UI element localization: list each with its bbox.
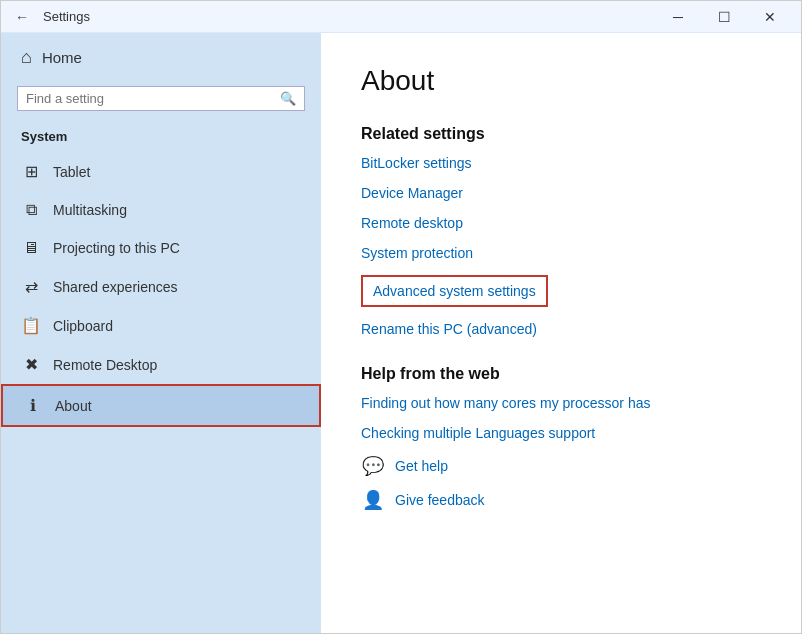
sidebar-item-about[interactable]: ℹ About (1, 384, 321, 427)
advanced-system-settings-link[interactable]: Advanced system settings (361, 275, 548, 307)
page-title: About (361, 65, 761, 97)
window-controls: ─ ☐ ✕ (655, 1, 793, 33)
device-manager-link[interactable]: Device Manager (361, 185, 761, 201)
bitlocker-link[interactable]: BitLocker settings (361, 155, 761, 171)
sidebar-item-projecting[interactable]: 🖥 Projecting to this PC (1, 229, 321, 267)
remote-desktop-link[interactable]: Remote desktop (361, 215, 761, 231)
search-box[interactable]: 🔍 (17, 86, 305, 111)
window-content: ⌂ Home 🔍 System ⊞ Tablet ⧉ Multitasking … (1, 33, 801, 633)
sidebar-item-label-multitasking: Multitasking (53, 202, 127, 218)
search-input[interactable] (26, 91, 280, 106)
give-feedback-row[interactable]: 👤 Give feedback (361, 489, 761, 511)
cores-link[interactable]: Finding out how many cores my processor … (361, 395, 761, 411)
give-feedback-label: Give feedback (395, 492, 485, 508)
sidebar-item-multitasking[interactable]: ⧉ Multitasking (1, 191, 321, 229)
window-title: Settings (43, 9, 90, 24)
multitasking-icon: ⧉ (21, 201, 41, 219)
title-bar-left: ← Settings (9, 7, 90, 27)
shared-icon: ⇄ (21, 277, 41, 296)
sidebar-item-shared[interactable]: ⇄ Shared experiences (1, 267, 321, 306)
about-icon: ℹ (23, 396, 43, 415)
get-help-row[interactable]: 💬 Get help (361, 455, 761, 477)
title-bar: ← Settings ─ ☐ ✕ (1, 1, 801, 33)
sidebar-item-label-clipboard: Clipboard (53, 318, 113, 334)
sidebar-item-clipboard[interactable]: 📋 Clipboard (1, 306, 321, 345)
sidebar-item-label-remote-desktop: Remote Desktop (53, 357, 157, 373)
back-button[interactable]: ← (9, 7, 35, 27)
remote-desktop-icon: ✖ (21, 355, 41, 374)
system-protection-link[interactable]: System protection (361, 245, 761, 261)
give-feedback-icon: 👤 (361, 489, 385, 511)
sidebar-item-tablet[interactable]: ⊞ Tablet (1, 152, 321, 191)
sidebar-item-label-projecting: Projecting to this PC (53, 240, 180, 256)
related-settings-title: Related settings (361, 125, 761, 143)
rename-pc-link[interactable]: Rename this PC (advanced) (361, 321, 761, 337)
sidebar-item-label-shared: Shared experiences (53, 279, 178, 295)
help-section: Help from the web Finding out how many c… (361, 365, 761, 511)
languages-link[interactable]: Checking multiple Languages support (361, 425, 761, 441)
home-icon: ⌂ (21, 47, 32, 68)
tablet-icon: ⊞ (21, 162, 41, 181)
settings-window: ← Settings ─ ☐ ✕ ⌂ Home 🔍 System ⊞ Table… (0, 0, 802, 634)
sidebar-home[interactable]: ⌂ Home (1, 33, 321, 82)
get-help-icon: 💬 (361, 455, 385, 477)
sidebar-item-label-tablet: Tablet (53, 164, 90, 180)
search-icon: 🔍 (280, 91, 296, 106)
close-button[interactable]: ✕ (747, 1, 793, 33)
help-from-web-title: Help from the web (361, 365, 761, 383)
main-content: About Related settings BitLocker setting… (321, 33, 801, 633)
maximize-button[interactable]: ☐ (701, 1, 747, 33)
projecting-icon: 🖥 (21, 239, 41, 257)
sidebar-item-remote-desktop[interactable]: ✖ Remote Desktop (1, 345, 321, 384)
clipboard-icon: 📋 (21, 316, 41, 335)
minimize-button[interactable]: ─ (655, 1, 701, 33)
sidebar: ⌂ Home 🔍 System ⊞ Tablet ⧉ Multitasking … (1, 33, 321, 633)
get-help-label: Get help (395, 458, 448, 474)
sidebar-item-label-about: About (55, 398, 92, 414)
sidebar-section-label: System (1, 123, 321, 152)
sidebar-home-label: Home (42, 49, 82, 66)
